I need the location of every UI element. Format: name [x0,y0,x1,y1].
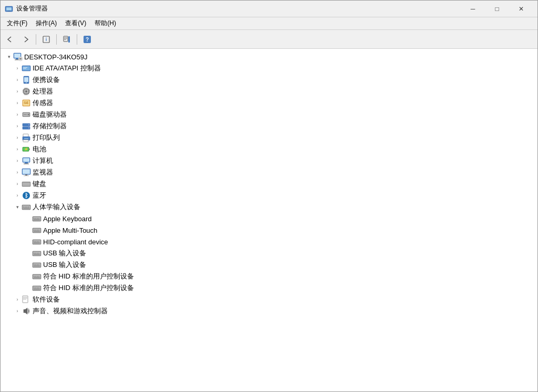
svg-rect-66 [25,174,27,176]
svg-rect-32 [29,90,30,90]
svg-rect-111 [34,264,35,265]
expand-sensor-icon[interactable]: › [13,99,22,107]
svg-rect-69 [23,183,30,183]
expand-portable-icon[interactable]: › [13,76,22,84]
tree-view[interactable]: ▾ DESKTOP-34KO59J [1,49,537,391]
tree-item-portable[interactable]: › 便携设备 [1,74,537,86]
hid-std-1-icon [32,272,42,281]
storage-icon [22,121,31,131]
tree-keyboard-label: 键盘 [33,179,46,189]
expand-computer-icon[interactable]: › [13,157,22,165]
tree-item-hid-group[interactable]: ▾ 人体学输入设备 [1,201,537,213]
svg-rect-114 [38,264,39,265]
svg-rect-120 [37,276,38,277]
expand-battery-icon[interactable]: › [13,145,22,153]
toolbar-scan-button[interactable] [59,32,74,47]
tree-hid-compliant-label: HID-compliant device [43,238,108,246]
expand-software-icon[interactable]: › [13,295,22,304]
svg-rect-85 [37,218,38,219]
svg-rect-83 [34,218,35,219]
tree-item-battery[interactable]: › ⚡ 电池 [1,143,537,155]
tree-item-usb-input-2[interactable]: USB 输入设备 [1,259,537,271]
tree-item-hid-std-2[interactable]: 符合 HID 标准的用户控制设备 [1,282,537,294]
svg-rect-62 [25,162,28,163]
svg-rect-78 [26,207,27,208]
multitouch-icon [32,225,42,235]
tree-hid-group-label: 人体学输入设备 [33,202,80,212]
svg-rect-94 [34,231,40,232]
menu-file[interactable]: 文件(F) [3,18,32,29]
menu-view[interactable]: 查看(V) [61,18,90,29]
svg-rect-36 [26,88,26,89]
expand-audio-icon[interactable]: › [13,307,22,315]
tree-item-apple-multitouch[interactable]: Apple Multi-Touch [1,224,537,236]
tree-hid-std-1-label: 符合 HID 标准的用户控制设备 [43,272,134,281]
expand-ide-icon[interactable]: › [13,64,22,73]
ide-icon [22,64,31,73]
tree-item-bluetooth[interactable]: › ᛒ 蓝牙 [1,190,537,201]
tree-item-audio[interactable]: › 声音、视频和游戏控制器 [1,305,537,317]
close-button[interactable]: ✕ [509,1,533,17]
expand-hid-icon[interactable]: ▾ [13,203,22,211]
maximize-button[interactable]: □ [485,1,509,17]
toolbar-properties-button[interactable]: i [39,32,54,47]
tree-item-keyboard[interactable]: › 键盘 [1,178,537,190]
tree-item-processor[interactable]: › [1,86,537,97]
expand-print-icon[interactable]: › [13,133,22,142]
svg-rect-28 [25,90,27,92]
tree-ide-label: IDE ATA/ATAPI 控制器 [33,64,101,73]
expand-bluetooth-icon[interactable]: › [13,191,22,200]
expand-storage-icon[interactable]: › [13,122,22,130]
tree-item-storage[interactable]: › 存储控制器 [1,120,537,132]
toolbar-back-button[interactable] [3,32,17,47]
tree-storage-label: 存储控制器 [33,121,67,131]
svg-rect-58 [29,149,30,150]
portable-icon [22,75,31,85]
svg-rect-21 [23,67,27,68]
tree-item-hid-std-1[interactable]: 符合 HID 标准的用户控制设备 [1,271,537,282]
expand-disk-icon[interactable]: › [13,110,22,119]
tree-item-disk[interactable]: › 磁盘驱动器 [1,109,537,120]
svg-rect-77 [25,207,26,208]
bluetooth-icon: ᛒ [22,191,31,200]
menu-action[interactable]: 操作(A) [32,18,61,29]
tree-processor-label: 处理器 [33,87,53,96]
tree-usb2-label: USB 输入设备 [43,260,86,270]
toolbar-separator-1 [36,34,36,45]
tree-item-print[interactable]: › 打印队列 [1,132,537,143]
svg-rect-122 [34,277,40,278]
svg-rect-91 [35,230,36,231]
tree-root[interactable]: ▾ DESKTOP-34KO59J [1,51,537,63]
svg-rect-38 [25,94,25,95]
tree-item-apple-keyboard[interactable]: Apple Keyboard [1,213,537,224]
tree-item-monitor[interactable]: › 监视器 [1,167,537,178]
tree-item-hid-compliant[interactable]: HID-compliant device [1,236,537,247]
svg-rect-33 [29,91,30,91]
svg-rect-97 [34,241,35,242]
tree-item-ide[interactable]: › IDE ATA/ATAPI 控制器 [1,63,537,74]
svg-rect-105 [35,253,36,254]
svg-rect-39 [26,94,26,95]
tree-item-software[interactable]: › 软件设备 [1,294,537,305]
toolbar-forward-button[interactable] [18,32,33,47]
expand-keyboard-icon[interactable]: › [13,180,22,188]
minimize-button[interactable]: ─ [461,1,485,17]
svg-rect-24 [24,77,28,82]
toolbar-help-button[interactable]: ? [80,32,95,47]
keyboard-icon [22,179,31,189]
tree-item-computer[interactable]: › 计算机 [1,155,537,167]
window-title: 设备管理器 [16,4,461,13]
tree-item-sensor[interactable]: › SE 传感器 [1,97,537,109]
tree-hid-std-2-label: 符合 HID 标准的用户控制设备 [43,283,134,293]
disk-icon [22,110,31,119]
expand-monitor-icon[interactable]: › [13,168,22,177]
expand-processor-icon[interactable]: › [13,87,22,96]
apple-keyboard-icon [32,214,42,223]
svg-rect-1 [6,7,12,11]
monitor-icon [22,168,31,177]
menu-help[interactable]: 帮助(H) [90,18,120,29]
expand-root-icon[interactable]: ▾ [5,53,13,61]
tree-item-usb-input-1[interactable]: USB 输入设备 [1,247,537,259]
svg-text:SE: SE [24,101,29,105]
tree-battery-label: 电池 [33,145,46,154]
